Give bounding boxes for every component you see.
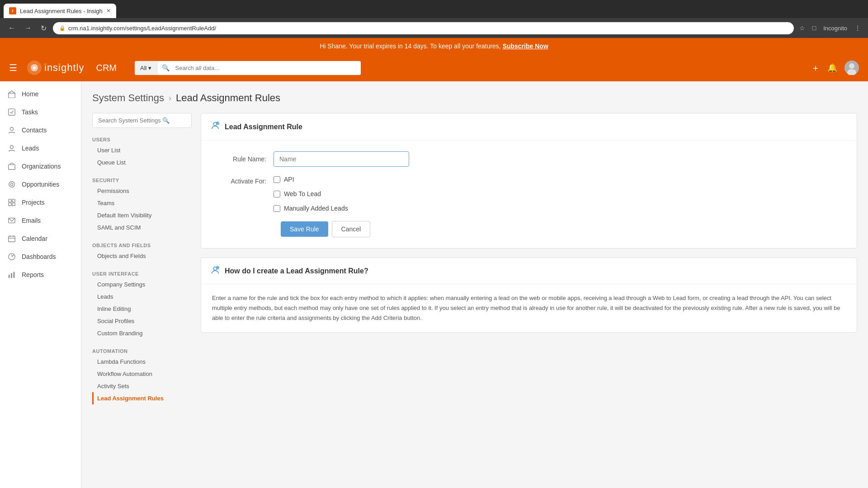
nav-actions: ☆ □ Incognito ⋮ <box>797 23 863 33</box>
settings-item-activity-sets[interactable]: Activity Sets <box>92 380 192 392</box>
browser-tab[interactable]: I Lead Assignment Rules - Insigh ✕ <box>4 4 116 18</box>
nav-item-contacts[interactable]: Contacts <box>0 121 81 139</box>
svg-rect-7 <box>9 109 15 115</box>
home-icon <box>7 89 16 99</box>
logo-svg <box>26 60 42 76</box>
checkbox-web-to-lead[interactable] <box>274 191 280 197</box>
url-text: crm.na1.insightly.com/settings/LeadAssig… <box>68 25 216 32</box>
breadcrumb-parent[interactable]: System Settings <box>92 92 164 104</box>
checkbox-api-label[interactable]: API <box>284 176 294 183</box>
help-card-icon <box>210 265 220 277</box>
checkbox-manually-added-row: Manually Added Leads <box>274 205 348 212</box>
breadcrumb-separator: › <box>169 94 171 103</box>
logo-crm-text: CRM <box>96 63 117 73</box>
new-tab-button[interactable]: + <box>116 7 120 14</box>
breadcrumb: System Settings › Lead Assignment Rules <box>92 92 857 104</box>
tab-title: Lead Assignment Rules - Insigh <box>20 8 103 14</box>
rule-name-input[interactable] <box>274 151 409 167</box>
nav-item-projects[interactable]: Projects <box>0 193 81 211</box>
checkbox-manually-added[interactable] <box>274 205 280 212</box>
user-avatar[interactable] <box>844 61 859 75</box>
browser-nav-bar: ← → ↻ 🔒 crm.na1.insightly.com/settings/L… <box>0 18 868 38</box>
extension-icon[interactable]: □ <box>811 23 818 33</box>
leads-icon <box>7 144 16 153</box>
global-search-input[interactable] <box>170 61 361 75</box>
app-header: ☰ insightly CRM All ▾ 🔍 ＋ 🔔 <box>0 54 868 81</box>
back-button[interactable]: ← <box>5 22 18 34</box>
svg-rect-10 <box>9 164 15 169</box>
settings-item-inline-editing[interactable]: Inline Editing <box>92 303 192 315</box>
menu-icon[interactable]: ⋮ <box>853 23 863 33</box>
settings-item-lead-assignment[interactable]: Lead Assignment Rules <box>92 392 192 404</box>
settings-section-objects: OBJECTS AND FIELDS Objects and Fields <box>92 241 192 262</box>
bookmark-icon[interactable]: ☆ <box>797 23 807 33</box>
save-rule-button[interactable]: Save Rule <box>281 221 328 237</box>
cancel-button[interactable]: Cancel <box>332 221 371 237</box>
tab-close-button[interactable]: ✕ <box>106 8 111 14</box>
content-area: System Settings › Lead Assignment Rules … <box>81 81 868 488</box>
checkbox-manually-added-label[interactable]: Manually Added Leads <box>284 205 348 212</box>
notifications-icon[interactable]: 🔔 <box>827 63 837 73</box>
nav-item-organizations[interactable]: Organizations <box>0 157 81 175</box>
nav-label-contacts: Contacts <box>22 127 47 134</box>
svg-line-23 <box>12 255 14 257</box>
svg-rect-6 <box>9 93 15 98</box>
section-title-automation: AUTOMATION <box>92 347 192 356</box>
section-title-objects: OBJECTS AND FIELDS <box>92 241 192 250</box>
nav-item-dashboards[interactable]: Dashboards <box>0 248 81 266</box>
nav-item-tasks[interactable]: Tasks <box>0 103 81 121</box>
search-scope-selector[interactable]: All ▾ <box>135 61 157 75</box>
activate-for-row: Activate For: API Web To Lead <box>219 176 839 212</box>
settings-section-ui: USER INTERFACE Company Settings Leads In… <box>92 269 192 339</box>
activate-for-label: Activate For: <box>219 176 274 185</box>
form-buttons-row: Save Rule Cancel <box>219 221 839 237</box>
trial-banner: Hi Shane. Your trial expires in 14 days.… <box>0 38 868 54</box>
emails-icon <box>7 216 16 225</box>
settings-item-queue-list[interactable]: Queue List <box>92 156 192 169</box>
svg-rect-13 <box>9 199 11 202</box>
settings-item-permissions[interactable]: Permissions <box>92 185 192 197</box>
settings-item-default-visibility[interactable]: Default Item Visibility <box>92 209 192 221</box>
nav-item-opportunities[interactable]: Opportunities <box>0 175 81 193</box>
settings-sidebar: USERS User List Queue List SECURITY Perm… <box>92 113 192 404</box>
nav-label-projects: Projects <box>22 199 45 206</box>
nav-item-home[interactable]: Home <box>0 85 81 103</box>
settings-item-custom-branding[interactable]: Custom Branding <box>92 327 192 339</box>
nav-item-reports[interactable]: Reports <box>0 266 81 284</box>
organizations-icon <box>7 162 16 171</box>
checkbox-api[interactable] <box>274 176 280 183</box>
settings-item-workflow[interactable]: Workflow Automation <box>92 368 192 380</box>
settings-item-social-profiles[interactable]: Social Profiles <box>92 315 192 327</box>
svg-point-9 <box>10 145 13 149</box>
logo-text: insightly <box>44 62 84 74</box>
settings-item-company-settings[interactable]: Company Settings <box>92 278 192 291</box>
reports-icon <box>7 270 16 279</box>
settings-item-saml[interactable]: SAML and SCIM <box>92 221 192 234</box>
rule-name-label: Rule Name: <box>219 155 274 163</box>
contacts-icon <box>7 126 16 135</box>
reload-button[interactable]: ↻ <box>38 22 49 34</box>
nav-item-leads[interactable]: Leads <box>0 139 81 157</box>
settings-item-teams[interactable]: Teams <box>92 197 192 209</box>
settings-item-lambda[interactable]: Lambda Functions <box>92 356 192 368</box>
checkbox-web-to-lead-label[interactable]: Web To Lead <box>284 190 321 197</box>
svg-rect-27 <box>14 272 15 278</box>
nav-item-calendar[interactable]: Calendar <box>0 230 81 248</box>
svg-rect-14 <box>12 199 15 202</box>
subscribe-now-link[interactable]: Subscribe Now <box>503 42 548 50</box>
add-icon[interactable]: ＋ <box>811 62 820 74</box>
left-nav: Home Tasks Contacts Leads <box>0 81 81 488</box>
settings-item-objects-fields[interactable]: Objects and Fields <box>92 250 192 262</box>
checkbox-api-row: API <box>274 176 348 183</box>
nav-label-calendar: Calendar <box>22 235 47 242</box>
svg-point-2 <box>33 66 36 69</box>
forward-button[interactable]: → <box>22 22 34 34</box>
settings-search-input[interactable] <box>92 113 192 128</box>
lead-assignment-rule-card: Lead Assignment Rule Rule Name: Activate… <box>201 113 857 249</box>
address-bar[interactable]: 🔒 crm.na1.insightly.com/settings/LeadAss… <box>53 22 794 34</box>
nav-item-emails[interactable]: Emails <box>0 211 81 230</box>
settings-item-leads-ui[interactable]: Leads <box>92 291 192 303</box>
projects-icon <box>7 198 16 207</box>
settings-item-user-list[interactable]: User List <box>92 144 192 156</box>
hamburger-menu-icon[interactable]: ☰ <box>9 62 17 73</box>
